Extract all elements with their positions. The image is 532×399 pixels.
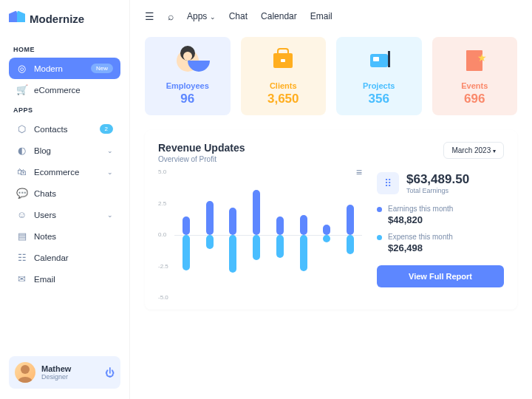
chevron-down-icon: ⌄: [210, 13, 216, 21]
nav-email[interactable]: Email: [310, 11, 332, 21]
chevron-down-icon: ⌄: [107, 147, 113, 154]
topbar: ☰ ⌕ Apps ⌄ Chat Calendar Email: [145, 10, 517, 22]
mailbox-icon: [366, 47, 392, 74]
user-icon: ☺: [16, 209, 27, 220]
nav-chat[interactable]: Chat: [229, 11, 248, 21]
section-home: HOME: [13, 46, 120, 53]
expense-value: $26,498: [388, 242, 453, 253]
sidebar-item-ecommerce[interactable]: 🛒 eCommerce: [9, 79, 120, 100]
sidebar-item-ecommerce2[interactable]: 🛍 Ecommerce ⌄: [9, 161, 120, 183]
brand-name: Modernize: [30, 13, 84, 25]
view-report-button[interactable]: View Full Report: [377, 265, 504, 287]
sidebar-item-contacts[interactable]: ⬡ Contacts 2: [9, 118, 120, 140]
card-projects[interactable]: Projects 356: [336, 37, 422, 115]
revenue-chart: ≡ 5.02.50.0-2.5-5.0: [158, 172, 362, 298]
chevron-down-icon: ⌄: [107, 211, 113, 219]
card-value: 696: [438, 92, 512, 106]
user-card[interactable]: Mathew Designer ⏻: [9, 356, 120, 389]
card-label: Projects: [342, 81, 416, 90]
sidebar-label: Calendar: [34, 253, 69, 262]
grid-icon: ⠿: [377, 172, 399, 194]
chevron-down-icon: ⌄: [107, 168, 113, 176]
chat-icon: 💬: [16, 188, 27, 199]
logo-icon: [9, 10, 25, 27]
sidebar-label: Notes: [34, 232, 56, 241]
sidebar-label: Chats: [34, 189, 56, 198]
cart-icon: 🛒: [16, 84, 27, 95]
sidebar-label: Ecommerce: [34, 168, 79, 177]
sidebar-label: Modern: [34, 64, 63, 73]
blog-icon: ◐: [16, 145, 27, 156]
sidebar-item-modern[interactable]: ◎ Modern New: [9, 58, 120, 79]
avatar: [15, 362, 35, 383]
legend-dot-earnings: [377, 207, 382, 212]
sidebar-item-blog[interactable]: ◐ Blog ⌄: [9, 140, 120, 161]
calendar-icon: ☷: [16, 252, 27, 263]
card-label: Events: [438, 81, 512, 90]
card-clients[interactable]: Clients 3,650: [241, 37, 327, 115]
employee-icon: [174, 47, 201, 74]
sidebar-label: Email: [34, 275, 55, 284]
card-events[interactable]: Events 696: [432, 37, 518, 115]
sidebar-item-chats[interactable]: 💬 Chats: [9, 183, 120, 204]
section-apps: APPS: [13, 106, 120, 114]
dashboard-icon: ◎: [16, 63, 27, 74]
sidebar-label: Users: [34, 211, 56, 219]
card-value: 3,650: [247, 92, 321, 106]
menu-icon[interactable]: ☰: [145, 10, 154, 22]
chevron-down-icon: ▾: [493, 148, 496, 154]
new-badge: New: [91, 64, 113, 73]
panel-subtitle: Overview of Profit: [158, 155, 245, 163]
sidebar-item-notes[interactable]: ▤ Notes: [9, 225, 120, 247]
sidebar-item-users[interactable]: ☺ Users ⌄: [9, 204, 120, 225]
brand[interactable]: Modernize: [9, 10, 120, 27]
card-label: Employees: [151, 81, 225, 90]
period-select[interactable]: March 2023 ▾: [443, 142, 504, 159]
card-label: Clients: [247, 81, 321, 90]
user-role: Designer: [41, 373, 71, 381]
bag-icon: 🛍: [16, 166, 27, 177]
revenue-panel: Revenue Updates Overview of Profit March…: [145, 130, 517, 310]
expense-label: Expense this month: [388, 233, 453, 241]
mail-icon: ✉: [16, 273, 27, 284]
earnings-value: $48,820: [388, 214, 453, 225]
box-icon: ⬡: [16, 123, 27, 134]
sidebar-label: Blog: [34, 146, 51, 155]
sidebar-label: eCommerce: [34, 86, 81, 95]
sidebar-item-email[interactable]: ✉ Email: [9, 268, 120, 290]
briefcase-icon: [270, 47, 296, 74]
flag-icon: [461, 47, 488, 74]
total-earnings-label: Total Earnings: [406, 187, 469, 194]
card-value: 96: [151, 92, 225, 106]
legend-dot-expense: [377, 235, 382, 240]
earnings-label: Earnings this month: [388, 205, 453, 213]
count-badge: 2: [100, 124, 113, 134]
search-icon[interactable]: ⌕: [168, 10, 174, 22]
nav-apps[interactable]: Apps ⌄: [187, 11, 216, 21]
total-earnings-value: $63,489.50: [406, 172, 469, 187]
panel-title: Revenue Updates: [158, 142, 245, 154]
user-name: Mathew: [41, 364, 71, 373]
card-value: 356: [342, 92, 416, 106]
nav-calendar[interactable]: Calendar: [261, 11, 297, 21]
card-employees[interactable]: Employees 96: [145, 37, 231, 115]
sidebar-item-calendar[interactable]: ☷ Calendar: [9, 247, 120, 268]
sidebar-label: Contacts: [34, 125, 67, 134]
power-icon[interactable]: ⏻: [105, 367, 115, 378]
notes-icon: ▤: [16, 231, 27, 242]
